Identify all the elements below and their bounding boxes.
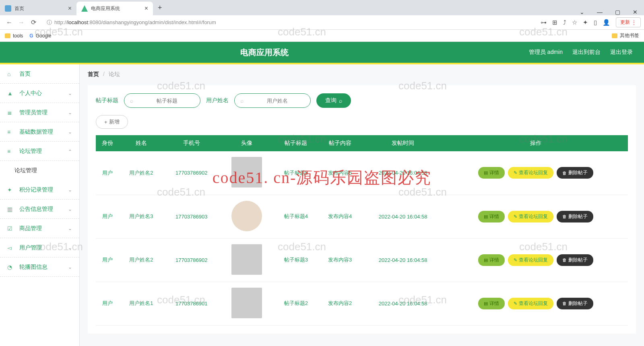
profile-icon[interactable]: 👤 (603, 19, 610, 26)
detail-button[interactable]: ▤详情 (478, 298, 505, 309)
address-bar[interactable]: ⓘ http:// localhost :8080 /dianshangying… (43, 17, 537, 28)
edit-icon: ✎ (514, 214, 517, 219)
window-maximize-icon[interactable]: ▢ (609, 9, 626, 15)
window-minimize-icon[interactable]: — (591, 9, 609, 15)
sidebar-item-label: 商品管理 (19, 225, 42, 232)
view-reply-button[interactable]: ✎查看论坛回复 (508, 211, 553, 222)
chevron-down-icon: ⌄ (68, 187, 72, 193)
extensions-icon[interactable]: ✦ (583, 19, 588, 26)
sidebar: ⌂首页▲个人中心⌄≣管理员管理⌄≡基础数据管理⌄≡论坛管理⌄论坛管理✦积分记录管… (0, 64, 80, 346)
cell-avatar (220, 151, 274, 195)
content-panel: 帖子标题 ⌕ 用户姓名 ⌕ 查询⌕ +新增 身份姓名手机号头像帖子标题帖子内容发… (88, 85, 636, 334)
update-button[interactable]: 更新⋮ (616, 17, 641, 27)
main-content: 首页 / 论坛 帖子标题 ⌕ 用户姓名 ⌕ 查询⌕ +新增 身份姓名手机号头像帖 (80, 64, 644, 346)
window-dropdown-icon[interactable]: ⌄ (573, 9, 591, 15)
sidebar-subitem[interactable]: 论坛管理 (0, 161, 79, 180)
delete-button[interactable]: 🗑删除帖子 (557, 254, 593, 266)
front-link[interactable]: 退出到前台 (572, 49, 601, 56)
detail-button[interactable]: ▤详情 (478, 167, 505, 179)
sidebar-icon: ≣ (7, 109, 14, 116)
breadcrumb-home[interactable]: 首页 (88, 71, 99, 77)
close-tab-icon[interactable]: × (68, 5, 72, 12)
chevron-down-icon: ⌄ (68, 264, 72, 270)
bookmarks-bar: tools GGoogle 其他书签 (0, 30, 644, 42)
query-button[interactable]: 查询⌕ (316, 93, 351, 108)
folder-icon (5, 33, 10, 38)
other-bookmarks[interactable]: 其他书签 (612, 32, 639, 39)
trash-icon: 🗑 (562, 301, 567, 306)
sidebar-item-0[interactable]: ⌂首页 (0, 64, 79, 84)
bookmark-tools[interactable]: tools (5, 33, 23, 39)
delete-button[interactable]: 🗑删除帖子 (557, 211, 593, 222)
site-info-icon[interactable]: ⓘ (47, 19, 52, 26)
sidebar-item-8[interactable]: ◅用户管理⌄ (0, 238, 79, 257)
admin-link[interactable]: 管理员 admin (529, 49, 563, 56)
sidebar-icon: ✦ (7, 187, 14, 193)
app-title: 电商应用系统 (0, 47, 529, 58)
sidebar-item-6[interactable]: ▥公告信息管理⌄ (0, 200, 79, 219)
forward-button[interactable]: → (15, 19, 27, 26)
delete-button[interactable]: 🗑删除帖子 (557, 167, 593, 179)
edit-icon: ✎ (514, 257, 517, 263)
browser-tab-1[interactable]: 电商应用系统 × (76, 2, 153, 15)
translate-icon[interactable]: ⊞ (552, 19, 557, 26)
breadcrumb-current: 论坛 (109, 71, 120, 77)
search-icon: ⌕ (130, 97, 133, 104)
avatar-image (231, 288, 262, 318)
detail-button[interactable]: ▤详情 (478, 211, 505, 222)
close-tab-icon[interactable]: × (144, 5, 148, 12)
tab-favicon-icon (81, 5, 88, 12)
new-tab-button[interactable]: + (153, 4, 167, 12)
sidebar-item-2[interactable]: ≣管理员管理⌄ (0, 103, 79, 122)
cell-actions: ▤详情 ✎查看论坛回复 🗑删除帖子 (444, 238, 628, 282)
window-close-icon[interactable]: ✕ (626, 9, 644, 15)
share-icon[interactable]: ⤴ (563, 19, 566, 26)
search-icon: ⌕ (240, 97, 244, 104)
tab-label: 首页 (14, 5, 24, 12)
sidebar-item-label: 基础数据管理 (19, 128, 53, 136)
avatar-image (231, 157, 262, 187)
browser-tab-0[interactable]: 首页 × (0, 2, 76, 15)
bookmark-google[interactable]: GGoogle (29, 33, 51, 39)
sidebar-icon: ⌂ (7, 71, 14, 77)
cell-title: 帖子标题3 (274, 238, 318, 282)
search-label-user: 用户姓名 (206, 97, 229, 104)
sidebar-item-7[interactable]: ☑商品管理⌄ (0, 219, 79, 238)
view-reply-button[interactable]: ✎查看论坛回复 (508, 298, 553, 309)
back-button[interactable]: ← (3, 19, 15, 26)
sidebar-item-1[interactable]: ▲个人中心⌄ (0, 84, 79, 103)
key-icon[interactable]: ⊶ (541, 19, 547, 26)
reload-button[interactable]: ⟳ (27, 19, 39, 26)
cell-content: 发布内容5 (318, 151, 362, 195)
delete-button[interactable]: 🗑删除帖子 (557, 298, 593, 309)
folder-icon (612, 33, 617, 38)
sidebar-item-4[interactable]: ≡论坛管理⌄ (0, 142, 79, 161)
sidebar-item-3[interactable]: ≡基础数据管理⌄ (0, 122, 79, 142)
sidebar-item-9[interactable]: ◔轮播图信息⌄ (0, 257, 79, 277)
cell-phone: 17703786901 (163, 282, 220, 325)
cell-avatar (220, 282, 274, 325)
detail-button[interactable]: ▤详情 (478, 254, 505, 266)
sidebar-icon: ◔ (7, 264, 14, 270)
detail-icon: ▤ (484, 257, 488, 263)
panel-icon[interactable]: ▯ (594, 19, 597, 26)
trash-icon: 🗑 (562, 171, 567, 175)
star-icon[interactable]: ☆ (572, 19, 577, 26)
edit-icon: ✎ (514, 170, 517, 175)
logout-link[interactable]: 退出登录 (610, 49, 633, 56)
table-header: 操作 (444, 135, 628, 151)
tab-label: 电商应用系统 (91, 5, 120, 12)
add-button[interactable]: +新增 (96, 115, 128, 129)
search-icon: ⌕ (339, 97, 342, 104)
table-row: 用户 用户姓名3 17703786903 帖子标题4 发布内容4 2022-04… (96, 195, 628, 238)
user-input[interactable] (244, 98, 311, 104)
detail-icon: ▤ (484, 214, 488, 219)
plus-icon: + (104, 119, 107, 125)
table-header: 帖子内容 (318, 135, 362, 151)
title-input[interactable] (133, 98, 201, 104)
cell-phone: 17703786902 (163, 151, 220, 195)
view-reply-button[interactable]: ✎查看论坛回复 (508, 254, 553, 266)
cell-name: 用户姓名2 (119, 151, 163, 195)
view-reply-button[interactable]: ✎查看论坛回复 (508, 167, 553, 179)
sidebar-item-5[interactable]: ✦积分记录管理⌄ (0, 180, 79, 200)
